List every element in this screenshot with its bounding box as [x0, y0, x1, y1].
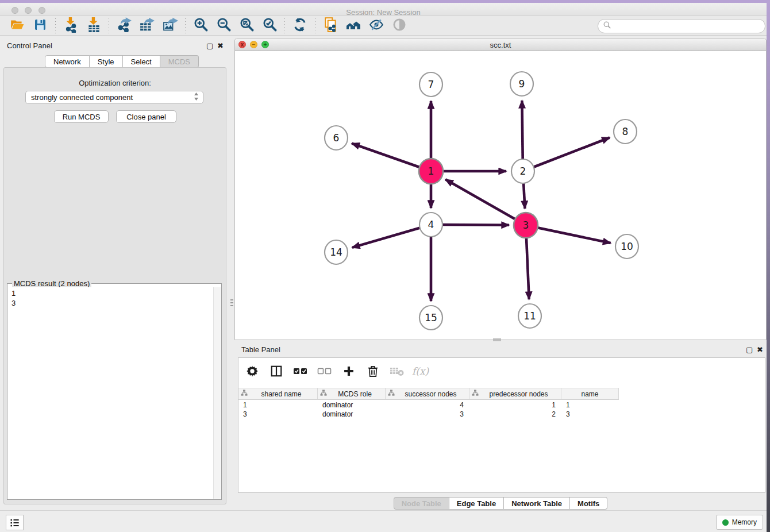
control-panel-header: Control Panel	[0, 38, 230, 53]
network-window-title: scc.txt	[235, 41, 766, 49]
table-row[interactable]: 1dominator411	[238, 400, 619, 410]
mcds-result-item: 1	[11, 288, 213, 298]
birds-eye-view-button	[388, 17, 411, 34]
zoom-selected-button[interactable]	[258, 17, 281, 34]
panel-menu-button[interactable]	[6, 515, 24, 530]
node-label-6: 6	[333, 132, 340, 144]
cell-predecessor-nodes[interactable]: 2	[469, 410, 561, 419]
hide-all-columns-button[interactable]	[317, 364, 333, 380]
edge-3-1[interactable]	[445, 179, 526, 225]
export-table-button[interactable]	[136, 17, 159, 34]
optimization-criterion-select[interactable]: strongly connected component	[25, 91, 203, 104]
tab-network[interactable]: Network	[45, 55, 90, 68]
tab-style[interactable]: Style	[90, 55, 123, 68]
node-label-14: 14	[330, 246, 342, 258]
node-label-8: 8	[622, 126, 629, 137]
zoom-in-button[interactable]	[189, 17, 212, 34]
edge-3-10[interactable]	[526, 225, 611, 243]
search-input[interactable]	[611, 22, 765, 30]
cell-MCDS-role[interactable]: dominator	[318, 400, 386, 410]
zoom-out-button[interactable]	[212, 17, 235, 34]
import-table-button[interactable]	[82, 17, 105, 34]
float-panel-icon[interactable]: ▢	[206, 41, 213, 50]
table-toolbar: f(x)	[244, 363, 429, 382]
column-header-successor-nodes[interactable]: successor nodes	[386, 388, 469, 400]
node-label-3: 3	[523, 219, 529, 231]
float-table-panel-icon[interactable]: ▢	[746, 345, 753, 354]
cell-predecessor-nodes[interactable]: 1	[469, 400, 561, 410]
tab-edge-table[interactable]: Edge Table	[449, 497, 504, 510]
close-table-panel-icon[interactable]: ✖	[757, 345, 763, 354]
create-column-button[interactable]	[341, 364, 357, 380]
table-column-headers: shared nameMCDS rolesuccessor nodesprede…	[238, 388, 619, 400]
tab-motifs[interactable]: Motifs	[570, 497, 607, 510]
toolbar-separator	[55, 18, 56, 33]
list-icon	[9, 517, 21, 529]
cell-successor-nodes[interactable]: 4	[386, 400, 469, 410]
cell-shared-name[interactable]: 3	[238, 410, 318, 419]
main-titlebar[interactable]: Session: New Session	[0, 3, 767, 16]
column-header-name[interactable]: name	[561, 388, 619, 400]
cell-name[interactable]: 1	[561, 400, 619, 410]
cell-successor-nodes[interactable]: 3	[386, 410, 469, 419]
show-networks-button[interactable]	[342, 17, 365, 34]
column-header-shared-name[interactable]: shared name	[238, 388, 318, 400]
show-all-columns-button[interactable]	[292, 364, 309, 380]
cell-MCDS-role[interactable]: dominator	[318, 410, 386, 419]
zoom-fit-icon	[239, 17, 255, 34]
optimization-criterion-label: Optimization criterion:	[0, 79, 230, 87]
toolbar-separator	[109, 18, 109, 33]
mcds-result-item: 3	[11, 298, 213, 308]
zoom-selected-icon	[262, 17, 278, 34]
column-header-MCDS-role[interactable]: MCDS role	[318, 388, 386, 400]
hierarchy-icon	[388, 390, 395, 398]
table-row[interactable]: 3dominator323	[238, 410, 619, 419]
gear-icon	[246, 365, 259, 380]
split-panel-button[interactable]	[268, 364, 284, 380]
memory-label: Memory	[732, 518, 757, 526]
network-window-titlebar[interactable]: x − + scc.txt	[235, 38, 766, 51]
tab-select[interactable]: Select	[123, 55, 160, 68]
vertical-splitter[interactable]	[230, 38, 234, 506]
tab-node-table[interactable]: Node Table	[394, 497, 449, 510]
copy-network-button[interactable]	[319, 17, 342, 34]
import-network-button[interactable]	[59, 17, 82, 34]
plus-icon	[343, 365, 355, 379]
cell-name[interactable]: 3	[561, 410, 619, 419]
run-mcds-button[interactable]: Run MCDS	[54, 110, 109, 123]
export-network-icon	[117, 17, 132, 34]
close-panel-icon[interactable]: ✖	[217, 41, 224, 50]
edge-2-8[interactable]	[523, 137, 610, 171]
svg-text:f(x): f(x)	[412, 365, 430, 377]
homes-icon	[345, 18, 362, 34]
table-panel-header: Table Panel	[234, 342, 770, 357]
column-header-predecessor-nodes[interactable]: predecessor nodes	[469, 388, 561, 400]
network-view-window: x − + scc.txt 7968124314101511	[234, 38, 767, 340]
check-pair-icon	[293, 367, 308, 378]
save-session-button[interactable]	[29, 17, 52, 34]
folder-open-icon	[10, 17, 25, 34]
export-network-button[interactable]	[113, 17, 136, 34]
refresh-button[interactable]	[288, 17, 311, 34]
node-label-2: 2	[520, 165, 526, 177]
control-panel-title: Control Panel	[7, 41, 52, 50]
copy-network-icon	[323, 17, 338, 35]
tab-network-table[interactable]: Network Table	[504, 497, 570, 510]
network-canvas[interactable]: 7968124314101511	[235, 51, 766, 340]
hide-graphics-details-button[interactable]	[365, 17, 388, 34]
eye-disabled-icon	[392, 17, 407, 34]
export-image-button[interactable]	[159, 17, 182, 34]
open-file-button[interactable]	[6, 17, 29, 34]
mcds-result-scrollbar[interactable]	[213, 287, 221, 499]
memory-button[interactable]: Memory	[716, 515, 763, 530]
horizontal-splitter[interactable]	[493, 338, 501, 340]
tab-mcds[interactable]: MCDS	[160, 55, 199, 68]
cell-shared-name[interactable]: 1	[238, 400, 318, 410]
toolbar-separator	[315, 18, 315, 33]
edge-4-14[interactable]	[352, 225, 431, 248]
zoom-fit-button[interactable]	[235, 17, 258, 34]
table-delete-icon	[390, 365, 405, 379]
table-options-button[interactable]	[244, 364, 260, 380]
close-panel-button[interactable]: Close panel	[116, 110, 176, 123]
delete-column-button[interactable]	[365, 364, 381, 380]
